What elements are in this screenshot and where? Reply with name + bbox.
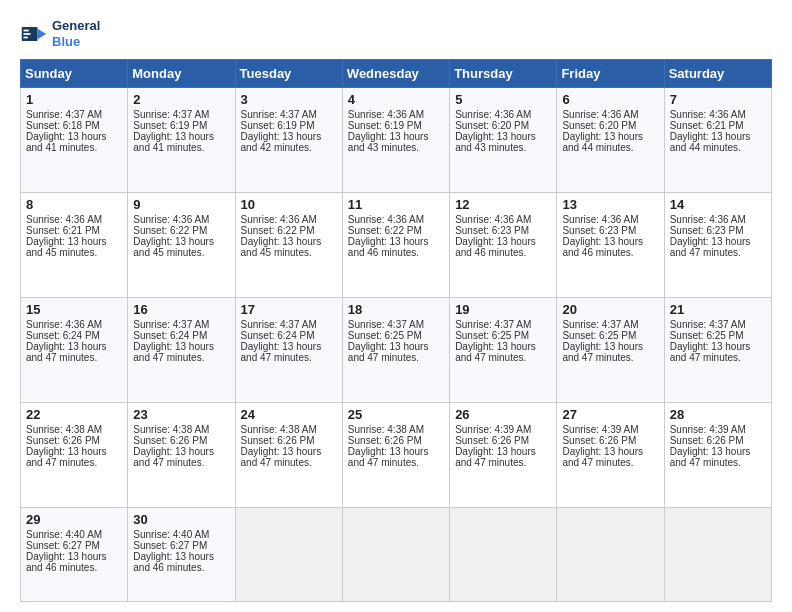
sunrise-info: Sunrise: 4:36 AM (670, 214, 746, 225)
col-thursday: Thursday (450, 60, 557, 88)
svg-rect-2 (24, 29, 29, 31)
table-cell: 14Sunrise: 4:36 AMSunset: 6:23 PMDayligh… (664, 193, 771, 298)
daylight-info: Daylight: 13 hours and 41 minutes. (26, 131, 107, 153)
day-number: 9 (133, 197, 229, 212)
sunset-info: Sunset: 6:23 PM (455, 225, 529, 236)
day-number: 13 (562, 197, 658, 212)
daylight-info: Daylight: 13 hours and 47 minutes. (670, 341, 751, 363)
sunrise-info: Sunrise: 4:39 AM (670, 424, 746, 435)
table-cell: 28Sunrise: 4:39 AMSunset: 6:26 PMDayligh… (664, 402, 771, 507)
day-number: 19 (455, 302, 551, 317)
table-cell: 9Sunrise: 4:36 AMSunset: 6:22 PMDaylight… (128, 193, 235, 298)
svg-rect-3 (24, 33, 31, 35)
calendar-table: Sunday Monday Tuesday Wednesday Thursday… (20, 59, 772, 602)
daylight-info: Daylight: 13 hours and 46 minutes. (562, 236, 643, 258)
day-number: 22 (26, 407, 122, 422)
sunset-info: Sunset: 6:26 PM (670, 435, 744, 446)
sunset-info: Sunset: 6:25 PM (348, 330, 422, 341)
table-cell: 3Sunrise: 4:37 AMSunset: 6:19 PMDaylight… (235, 88, 342, 193)
sunrise-info: Sunrise: 4:39 AM (455, 424, 531, 435)
svg-marker-1 (38, 28, 47, 39)
sunrise-info: Sunrise: 4:36 AM (455, 109, 531, 120)
table-cell: 22Sunrise: 4:38 AMSunset: 6:26 PMDayligh… (21, 402, 128, 507)
table-cell (235, 507, 342, 601)
day-number: 12 (455, 197, 551, 212)
daylight-info: Daylight: 13 hours and 47 minutes. (348, 446, 429, 468)
table-cell: 25Sunrise: 4:38 AMSunset: 6:26 PMDayligh… (342, 402, 449, 507)
day-number: 18 (348, 302, 444, 317)
day-number: 11 (348, 197, 444, 212)
sunrise-info: Sunrise: 4:36 AM (562, 214, 638, 225)
daylight-info: Daylight: 13 hours and 47 minutes. (133, 446, 214, 468)
table-cell: 17Sunrise: 4:37 AMSunset: 6:24 PMDayligh… (235, 298, 342, 403)
daylight-info: Daylight: 13 hours and 47 minutes. (562, 446, 643, 468)
svg-rect-4 (24, 36, 28, 38)
table-cell: 20Sunrise: 4:37 AMSunset: 6:25 PMDayligh… (557, 298, 664, 403)
table-cell: 12Sunrise: 4:36 AMSunset: 6:23 PMDayligh… (450, 193, 557, 298)
day-number: 4 (348, 92, 444, 107)
day-number: 8 (26, 197, 122, 212)
sunset-info: Sunset: 6:19 PM (348, 120, 422, 131)
daylight-info: Daylight: 13 hours and 47 minutes. (562, 341, 643, 363)
logo-icon (20, 20, 48, 48)
sunrise-info: Sunrise: 4:37 AM (455, 319, 531, 330)
day-number: 29 (26, 512, 122, 527)
day-number: 30 (133, 512, 229, 527)
sunrise-info: Sunrise: 4:37 AM (670, 319, 746, 330)
sunrise-info: Sunrise: 4:36 AM (348, 109, 424, 120)
table-cell: 27Sunrise: 4:39 AMSunset: 6:26 PMDayligh… (557, 402, 664, 507)
day-number: 28 (670, 407, 766, 422)
sunset-info: Sunset: 6:21 PM (670, 120, 744, 131)
sunrise-info: Sunrise: 4:36 AM (133, 214, 209, 225)
sunrise-info: Sunrise: 4:37 AM (133, 319, 209, 330)
sunset-info: Sunset: 6:20 PM (562, 120, 636, 131)
table-cell: 4Sunrise: 4:36 AMSunset: 6:19 PMDaylight… (342, 88, 449, 193)
sunset-info: Sunset: 6:26 PM (562, 435, 636, 446)
col-wednesday: Wednesday (342, 60, 449, 88)
sunrise-info: Sunrise: 4:36 AM (348, 214, 424, 225)
col-saturday: Saturday (664, 60, 771, 88)
sunset-info: Sunset: 6:26 PM (348, 435, 422, 446)
day-number: 27 (562, 407, 658, 422)
day-number: 17 (241, 302, 337, 317)
sunset-info: Sunset: 6:26 PM (26, 435, 100, 446)
page: General Blue Sunday Monday Tuesday Wedne… (0, 0, 792, 612)
daylight-info: Daylight: 13 hours and 47 minutes. (241, 446, 322, 468)
day-number: 23 (133, 407, 229, 422)
col-sunday: Sunday (21, 60, 128, 88)
daylight-info: Daylight: 13 hours and 47 minutes. (241, 341, 322, 363)
logo-text: General Blue (52, 18, 100, 49)
day-number: 10 (241, 197, 337, 212)
daylight-info: Daylight: 13 hours and 47 minutes. (26, 341, 107, 363)
sunset-info: Sunset: 6:25 PM (455, 330, 529, 341)
sunset-info: Sunset: 6:26 PM (133, 435, 207, 446)
day-number: 24 (241, 407, 337, 422)
sunset-info: Sunset: 6:24 PM (241, 330, 315, 341)
daylight-info: Daylight: 13 hours and 47 minutes. (670, 236, 751, 258)
calendar-header-row: Sunday Monday Tuesday Wednesday Thursday… (21, 60, 772, 88)
table-cell: 11Sunrise: 4:36 AMSunset: 6:22 PMDayligh… (342, 193, 449, 298)
sunrise-info: Sunrise: 4:38 AM (133, 424, 209, 435)
table-cell (450, 507, 557, 601)
sunset-info: Sunset: 6:27 PM (133, 540, 207, 551)
daylight-info: Daylight: 13 hours and 45 minutes. (241, 236, 322, 258)
day-number: 26 (455, 407, 551, 422)
sunset-info: Sunset: 6:20 PM (455, 120, 529, 131)
logo: General Blue (20, 18, 100, 49)
table-cell: 7Sunrise: 4:36 AMSunset: 6:21 PMDaylight… (664, 88, 771, 193)
table-cell: 24Sunrise: 4:38 AMSunset: 6:26 PMDayligh… (235, 402, 342, 507)
sunrise-info: Sunrise: 4:37 AM (348, 319, 424, 330)
sunset-info: Sunset: 6:23 PM (562, 225, 636, 236)
table-cell: 18Sunrise: 4:37 AMSunset: 6:25 PMDayligh… (342, 298, 449, 403)
daylight-info: Daylight: 13 hours and 47 minutes. (133, 341, 214, 363)
day-number: 3 (241, 92, 337, 107)
day-number: 16 (133, 302, 229, 317)
sunset-info: Sunset: 6:23 PM (670, 225, 744, 236)
table-cell: 21Sunrise: 4:37 AMSunset: 6:25 PMDayligh… (664, 298, 771, 403)
col-monday: Monday (128, 60, 235, 88)
daylight-info: Daylight: 13 hours and 42 minutes. (241, 131, 322, 153)
sunrise-info: Sunrise: 4:39 AM (562, 424, 638, 435)
day-number: 1 (26, 92, 122, 107)
daylight-info: Daylight: 13 hours and 47 minutes. (670, 446, 751, 468)
sunset-info: Sunset: 6:18 PM (26, 120, 100, 131)
